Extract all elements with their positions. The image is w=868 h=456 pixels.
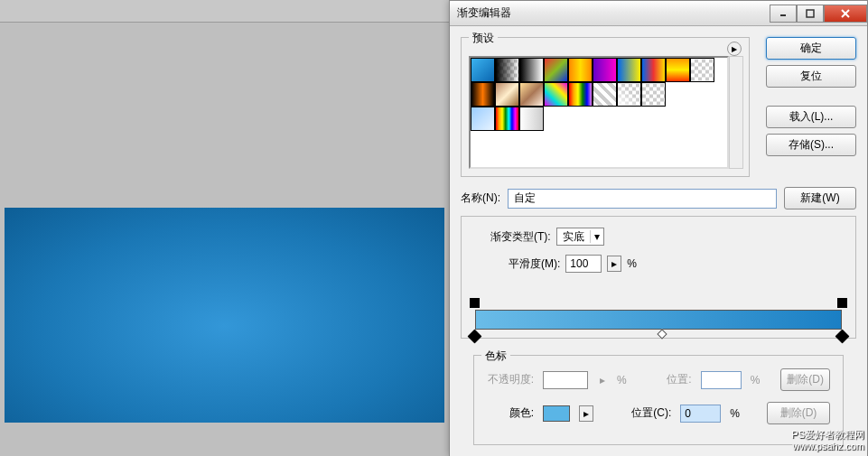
- preset-swatch[interactable]: [617, 82, 641, 107]
- presets-label: 预设: [469, 31, 498, 46]
- preset-swatch[interactable]: [544, 58, 568, 82]
- watermark: PS爱好者教程网 www.psahz.com: [791, 429, 864, 452]
- preset-swatch[interactable]: [593, 82, 617, 107]
- opacity-input: [543, 371, 588, 389]
- gradient-type-label: 渐变类型(T):: [490, 229, 551, 245]
- preset-swatch[interactable]: [471, 82, 495, 107]
- preset-swatch[interactable]: [593, 58, 617, 82]
- gradient-result-preview: [5, 208, 444, 423]
- preset-swatch[interactable]: [568, 82, 593, 107]
- minimize-button[interactable]: [770, 5, 797, 23]
- smoothness-label: 平滑度(M):: [509, 256, 560, 272]
- preset-swatch[interactable]: [495, 82, 519, 107]
- color-location-unit: %: [730, 407, 740, 420]
- preset-swatch[interactable]: [544, 82, 568, 107]
- maximize-button[interactable]: [797, 5, 824, 23]
- color-label: 颜色:: [487, 405, 534, 421]
- new-button[interactable]: 新建(W): [784, 187, 856, 209]
- gradient-bar[interactable]: [475, 310, 842, 330]
- preset-swatch[interactable]: [495, 107, 519, 131]
- titlebar[interactable]: 渐变编辑器: [450, 1, 867, 26]
- chevron-right-icon: ▸: [597, 374, 608, 386]
- preset-swatch[interactable]: [690, 58, 714, 82]
- gradient-editor-dialog: 渐变编辑器 预设 ▶: [449, 0, 868, 456]
- opacity-stop-left[interactable]: [470, 298, 480, 308]
- preset-swatch[interactable]: [641, 82, 666, 107]
- opacity-location-input: [701, 371, 742, 389]
- save-button[interactable]: 存储(S)...: [766, 134, 856, 156]
- preset-swatches[interactable]: [469, 56, 729, 169]
- preset-swatch[interactable]: [471, 58, 495, 82]
- smoothness-arrow-icon[interactable]: ▸: [607, 256, 621, 272]
- color-stop-right[interactable]: [837, 331, 847, 341]
- chevron-down-icon: ▾: [590, 230, 603, 243]
- opacity-delete-button: 删除(D): [780, 368, 830, 391]
- smoothness-unit: %: [627, 257, 637, 270]
- window-title: 渐变编辑器: [457, 5, 770, 21]
- canvas-background: [0, 0, 449, 456]
- color-location-label: 位置(C):: [624, 405, 671, 421]
- stops-group: 色标 不透明度: ▸ % 位置: % 删除(D) 颜色: ▸: [473, 355, 844, 445]
- preset-swatch[interactable]: [568, 58, 593, 82]
- preset-swatch[interactable]: [519, 82, 544, 107]
- close-button[interactable]: [824, 5, 867, 23]
- opacity-label: 不透明度:: [487, 372, 534, 387]
- preset-swatch[interactable]: [519, 58, 544, 82]
- color-arrow-icon[interactable]: ▸: [579, 405, 593, 422]
- midpoint-marker[interactable]: [657, 329, 667, 339]
- opacity-stop-right[interactable]: [837, 298, 847, 308]
- preset-swatch[interactable]: [519, 107, 544, 131]
- color-delete-button: 删除(D): [767, 402, 830, 424]
- preset-swatch[interactable]: [641, 58, 666, 82]
- smoothness-input[interactable]: [565, 255, 602, 273]
- gradient-type-select[interactable]: 实底 ▾: [556, 228, 604, 246]
- presets-group: 预设 ▶: [461, 37, 750, 177]
- color-swatch[interactable]: [543, 405, 570, 422]
- canvas-toolbar: [0, 0, 449, 23]
- preset-swatch[interactable]: [617, 58, 641, 82]
- preset-menu-icon[interactable]: ▶: [727, 42, 742, 56]
- gradient-bar-area: [461, 297, 856, 342]
- preset-swatch[interactable]: [471, 107, 495, 131]
- load-button[interactable]: 载入(L)...: [766, 106, 856, 128]
- preset-swatch[interactable]: [666, 58, 690, 82]
- opacity-location-label: 位置:: [645, 372, 692, 387]
- reset-button[interactable]: 复位: [766, 65, 856, 88]
- svg-rect-1: [807, 10, 814, 17]
- ok-button[interactable]: 确定: [766, 37, 856, 60]
- opacity-unit: %: [617, 374, 627, 386]
- name-input[interactable]: [508, 189, 777, 209]
- name-label: 名称(N):: [461, 191, 500, 206]
- preset-scrollbar[interactable]: [729, 56, 743, 169]
- preset-swatch[interactable]: [495, 58, 519, 82]
- color-location-input[interactable]: [680, 405, 721, 423]
- color-stop-left[interactable]: [470, 331, 480, 341]
- opacity-location-unit: %: [751, 374, 761, 386]
- stops-label: 色标: [481, 349, 510, 364]
